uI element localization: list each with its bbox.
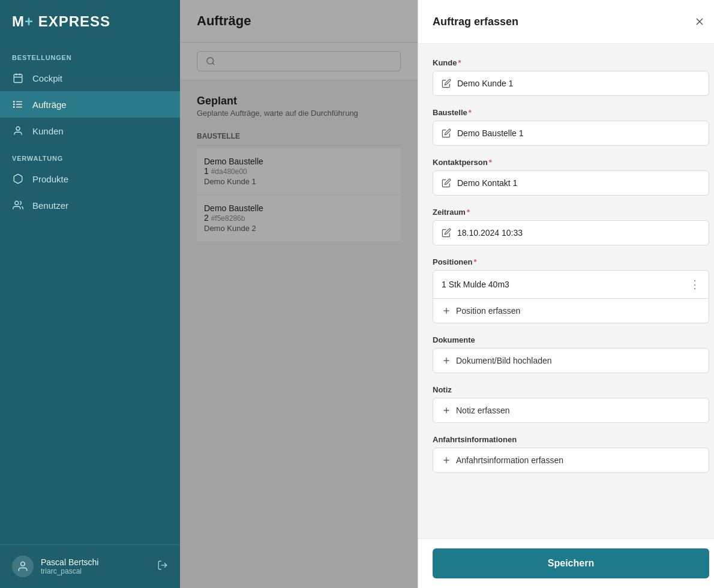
sidebar-item-label-kunden: Kunden <box>32 126 64 136</box>
users-icon <box>12 199 24 211</box>
drawer-body: Kunde* Demo Kunde 1 Baustelle* Demo Baus… <box>418 44 714 538</box>
user-profile: Pascal Bertschi triarc_pascal <box>0 544 180 588</box>
svg-point-12 <box>21 562 25 566</box>
form-group-kontaktperson: Kontaktperson* Demo Kontakt 1 <box>433 158 709 196</box>
close-button[interactable] <box>690 12 709 31</box>
field-kontaktperson-value: Demo Kontakt 1 <box>457 178 517 188</box>
label-anfahrt: Anfahrtsinformationen <box>433 435 709 444</box>
user-name: Pascal Bertschi <box>41 557 150 567</box>
sidebar-item-kunden[interactable]: Kunden <box>0 118 180 144</box>
plus-icon <box>442 356 451 365</box>
form-group-kunde: Kunde* Demo Kunde 1 <box>433 58 709 96</box>
sidebar-item-produkte[interactable]: Produkte <box>0 166 180 192</box>
field-kunde[interactable]: Demo Kunde 1 <box>433 71 709 96</box>
app-logo: M+ EXPRESS <box>12 13 110 30</box>
plus-icon <box>442 455 451 465</box>
position-item[interactable]: 1 Stk Mulde 40m3 ⋮ <box>433 270 709 299</box>
form-group-anfahrt: Anfahrtsinformationen Anfahrtsinformatio… <box>433 435 709 473</box>
svg-point-9 <box>14 107 15 108</box>
add-position-label: Position erfassen <box>456 306 520 316</box>
add-position-button[interactable]: Position erfassen <box>433 299 709 323</box>
drawer-title: Auftrag erfassen <box>433 16 518 28</box>
add-anfahrt-label: Anfahrtsinformation erfassen <box>456 455 563 465</box>
field-baustelle[interactable]: Demo Baustelle 1 <box>433 121 709 146</box>
position-menu-icon[interactable]: ⋮ <box>689 278 700 291</box>
edit-icon <box>442 79 451 88</box>
label-kontaktperson: Kontaktperson* <box>433 158 709 167</box>
add-notiz-label: Notiz erfassen <box>456 406 509 415</box>
user-handle: triarc_pascal <box>41 567 150 575</box>
sidebar-item-label-benutzer: Benutzer <box>32 200 68 211</box>
drawer-panel: Auftrag erfassen Kunde* Demo Kunde 1 Bau… <box>418 0 714 588</box>
sidebar-item-auftraege[interactable]: Aufträge <box>0 91 180 118</box>
field-kontaktperson[interactable]: Demo Kontakt 1 <box>433 170 709 196</box>
sidebar-item-benutzer[interactable]: Benutzer <box>0 192 180 218</box>
sidebar: M+ EXPRESS Bestellungen Cockpit Aufträge… <box>0 0 180 588</box>
drawer-header: Auftrag erfassen <box>418 0 714 44</box>
svg-point-11 <box>15 201 19 205</box>
avatar <box>12 556 34 577</box>
label-kunde: Kunde* <box>433 58 709 67</box>
form-group-notiz: Notiz Notiz erfassen <box>433 385 709 423</box>
section-label-verwaltung: Verwaltung <box>0 144 180 166</box>
sidebar-item-label-cockpit: Cockpit <box>32 73 62 83</box>
sidebar-item-cockpit[interactable]: Cockpit <box>0 65 180 91</box>
label-notiz: Notiz <box>433 385 709 394</box>
svg-point-10 <box>16 127 20 130</box>
user-icon <box>12 125 24 137</box>
plus-icon <box>442 406 451 415</box>
add-notiz-button[interactable]: Notiz erfassen <box>433 398 709 423</box>
form-group-dokumente: Dokumente Dokument/Bild hochladen <box>433 335 709 373</box>
field-baustelle-value: Demo Baustelle 1 <box>457 128 524 138</box>
form-group-positionen: Positionen* 1 Stk Mulde 40m3 ⋮ Position … <box>433 257 709 323</box>
add-anfahrt-button[interactable]: Anfahrtsinformation erfassen <box>433 448 709 473</box>
list-icon <box>12 98 24 110</box>
svg-rect-0 <box>14 74 22 83</box>
modal-overlay[interactable] <box>180 0 418 588</box>
label-positionen: Positionen* <box>433 257 709 266</box>
logo: M+ EXPRESS <box>0 0 180 43</box>
field-zeitraum-value: 18.10.2024 10:33 <box>457 228 523 238</box>
form-group-baustelle: Baustelle* Demo Baustelle 1 <box>433 108 709 146</box>
sidebar-item-label-produkte: Produkte <box>32 174 68 184</box>
field-kunde-value: Demo Kunde 1 <box>457 79 513 88</box>
drawer-footer: Speichern <box>418 538 714 588</box>
edit-icon <box>442 228 451 238</box>
plus-icon <box>442 306 451 316</box>
label-zeitraum: Zeitraum* <box>433 208 709 217</box>
label-baustelle: Baustelle* <box>433 108 709 117</box>
save-button[interactable]: Speichern <box>433 548 709 578</box>
field-zeitraum[interactable]: 18.10.2024 10:33 <box>433 220 709 245</box>
calendar-icon <box>12 72 24 84</box>
add-document-button[interactable]: Dokument/Bild hochladen <box>433 348 709 373</box>
positions-list: 1 Stk Mulde 40m3 ⋮ Position erfassen <box>433 270 709 323</box>
position-item-value: 1 Stk Mulde 40m3 <box>442 280 509 289</box>
user-info: Pascal Bertschi triarc_pascal <box>41 557 150 575</box>
edit-icon <box>442 128 451 138</box>
add-document-label: Dokument/Bild hochladen <box>456 356 552 365</box>
logout-button[interactable] <box>157 560 168 573</box>
box-icon <box>12 173 24 185</box>
svg-point-7 <box>14 101 15 103</box>
svg-point-8 <box>14 104 15 105</box>
label-dokumente: Dokumente <box>433 335 709 344</box>
form-group-zeitraum: Zeitraum* 18.10.2024 10:33 <box>433 208 709 245</box>
section-label-bestellungen: Bestellungen <box>0 43 180 65</box>
edit-icon <box>442 178 451 188</box>
main-content: Aufträge Geplant Geplante Aufträge, wart… <box>180 0 418 588</box>
sidebar-item-label-auftraege: Aufträge <box>32 100 67 110</box>
